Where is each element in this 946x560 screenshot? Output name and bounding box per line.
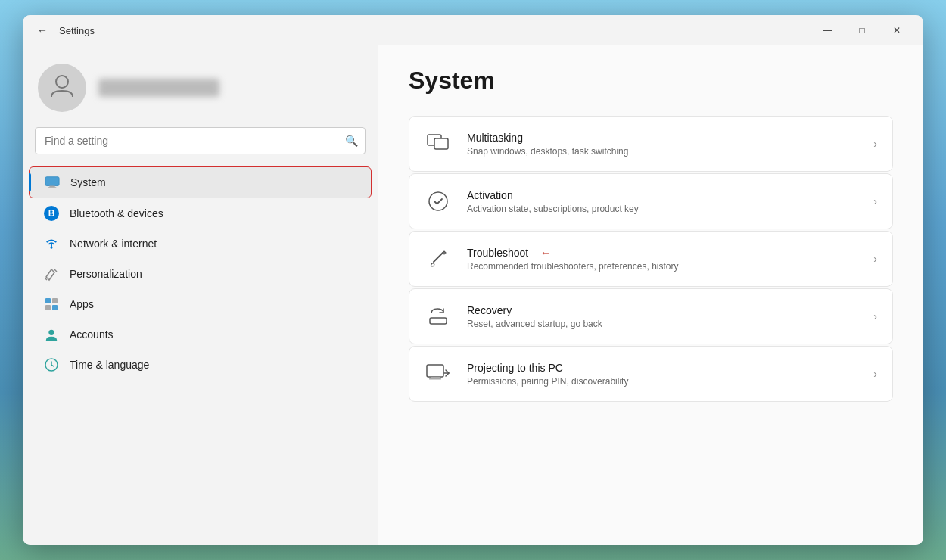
sidebar-item-network-label: Network & internet <box>70 238 157 250</box>
multitasking-icon <box>425 130 452 157</box>
troubleshoot-title: Troubleshoot ←—————— <box>467 247 858 259</box>
sidebar-item-personalization[interactable]: Personalization <box>29 259 372 289</box>
recovery-text: Recovery Reset, advanced startup, go bac… <box>467 304 858 329</box>
svg-rect-1 <box>45 177 59 186</box>
svg-point-9 <box>48 330 54 335</box>
recovery-icon <box>425 303 452 330</box>
recovery-chevron: › <box>873 310 877 322</box>
multitasking-desc: Snap windows, desktops, task switching <box>467 146 858 157</box>
sidebar-item-system-label: System <box>70 176 106 188</box>
svg-rect-12 <box>434 138 448 149</box>
red-arrow-annotation: ←—————— <box>540 247 615 259</box>
troubleshoot-chevron: › <box>873 253 877 265</box>
activation-desc: Activation state, subscriptions, product… <box>467 204 858 214</box>
titlebar: ← Settings — □ ✕ <box>23 15 923 45</box>
system-icon <box>45 175 60 190</box>
svg-rect-7 <box>45 305 51 310</box>
time-icon <box>44 357 59 372</box>
svg-rect-6 <box>52 298 58 303</box>
activation-chevron: › <box>873 195 877 207</box>
multitasking-title: Multitasking <box>467 132 858 144</box>
setting-item-multitasking[interactable]: Multitasking Snap windows, desktops, tas… <box>409 116 893 172</box>
sidebar: 🔍 System B <box>23 45 378 545</box>
network-icon <box>44 236 59 251</box>
multitasking-chevron: › <box>873 138 877 150</box>
troubleshoot-icon <box>425 245 452 272</box>
svg-point-14 <box>443 252 445 254</box>
settings-list: Multitasking Snap windows, desktops, tas… <box>409 116 893 402</box>
user-name-blurred <box>98 79 219 97</box>
multitasking-text: Multitasking Snap windows, desktops, tas… <box>467 132 858 157</box>
main-content: 🔍 System B <box>23 45 923 545</box>
activation-title: Activation <box>467 189 858 201</box>
minimize-button[interactable]: — <box>810 18 845 42</box>
projecting-chevron: › <box>873 368 877 380</box>
sidebar-item-accounts[interactable]: Accounts <box>29 319 372 350</box>
troubleshoot-text: Troubleshoot ←—————— Recommended trouble… <box>467 247 858 272</box>
titlebar-title: Settings <box>59 25 95 36</box>
accounts-icon <box>44 327 59 342</box>
svg-point-4 <box>51 247 53 249</box>
sidebar-item-bluetooth[interactable]: B Bluetooth & devices <box>29 198 372 229</box>
activation-text: Activation Activation state, subscriptio… <box>467 189 858 214</box>
close-button[interactable]: ✕ <box>879 18 914 42</box>
svg-point-0 <box>56 76 68 88</box>
recovery-title: Recovery <box>467 304 858 316</box>
projecting-text: Projecting to this PC Permissions, pairi… <box>467 362 858 387</box>
setting-item-recovery[interactable]: Recovery Reset, advanced startup, go bac… <box>409 288 893 344</box>
titlebar-right: — □ ✕ <box>810 18 914 42</box>
back-button[interactable]: ← <box>32 20 53 41</box>
projecting-desc: Permissions, pairing PIN, discoverabilit… <box>467 376 858 387</box>
page-title: System <box>409 67 893 95</box>
titlebar-left: ← Settings <box>32 20 95 41</box>
svg-rect-18 <box>429 378 441 380</box>
right-panel: System Multitasking Snap windows, deskto… <box>378 45 923 545</box>
avatar[interactable] <box>38 64 86 112</box>
svg-point-13 <box>429 192 447 210</box>
sidebar-item-system[interactable]: System <box>29 166 372 198</box>
svg-rect-2 <box>49 186 54 188</box>
troubleshoot-desc: Recommended troubleshooters, preferences… <box>467 261 858 272</box>
personalization-icon <box>44 266 59 282</box>
user-section <box>23 58 378 127</box>
apps-icon <box>44 297 59 312</box>
sidebar-item-accounts-label: Accounts <box>70 328 114 341</box>
setting-item-activation[interactable]: Activation Activation state, subscriptio… <box>409 173 893 229</box>
svg-rect-17 <box>431 377 440 378</box>
settings-window: ← Settings — □ ✕ <box>23 15 923 545</box>
activation-icon <box>425 188 452 215</box>
user-icon <box>48 71 76 104</box>
bluetooth-icon: B <box>44 206 59 221</box>
svg-rect-8 <box>52 305 58 310</box>
svg-rect-16 <box>427 365 443 377</box>
search-box: 🔍 <box>35 127 366 154</box>
nav-list: System B Bluetooth & devices <box>23 166 378 533</box>
setting-item-projecting[interactable]: Projecting to this PC Permissions, pairi… <box>409 346 893 402</box>
sidebar-item-personalization-label: Personalization <box>70 268 142 280</box>
svg-rect-15 <box>430 318 447 324</box>
sidebar-item-time[interactable]: Time & language <box>29 350 372 380</box>
projecting-icon <box>425 360 452 387</box>
search-input[interactable] <box>35 127 366 154</box>
sidebar-item-network[interactable]: Network & internet <box>29 229 372 259</box>
maximize-button[interactable]: □ <box>845 18 879 42</box>
sidebar-item-bluetooth-label: Bluetooth & devices <box>70 207 163 219</box>
sidebar-item-apps[interactable]: Apps <box>29 289 372 319</box>
projecting-title: Projecting to this PC <box>467 362 858 374</box>
setting-item-troubleshoot[interactable]: Troubleshoot ←—————— Recommended trouble… <box>409 231 893 287</box>
svg-rect-3 <box>48 187 57 188</box>
sidebar-item-time-label: Time & language <box>70 359 149 371</box>
recovery-desc: Reset, advanced startup, go back <box>467 319 858 329</box>
sidebar-item-apps-label: Apps <box>70 298 94 310</box>
svg-rect-5 <box>45 298 51 303</box>
